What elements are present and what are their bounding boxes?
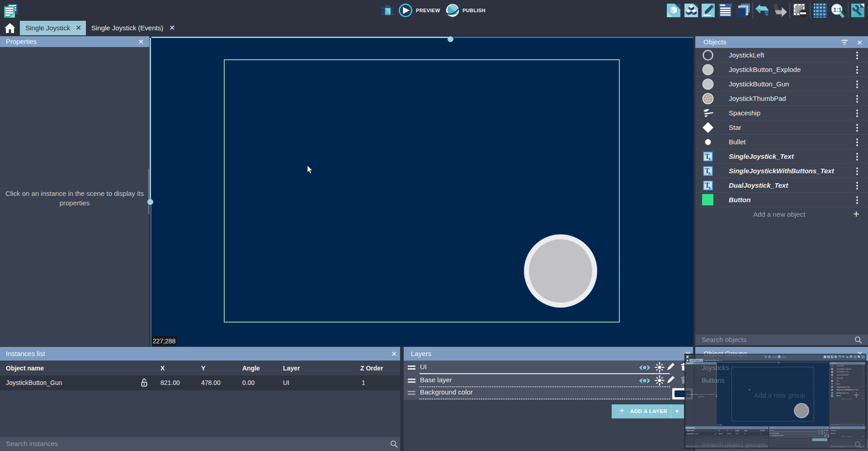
- svg-text:x: x: [708, 170, 711, 176]
- svg-text:x: x: [708, 156, 711, 161]
- svg-text:x: x: [708, 185, 711, 190]
- svg-text:1:1: 1:1: [833, 6, 842, 13]
